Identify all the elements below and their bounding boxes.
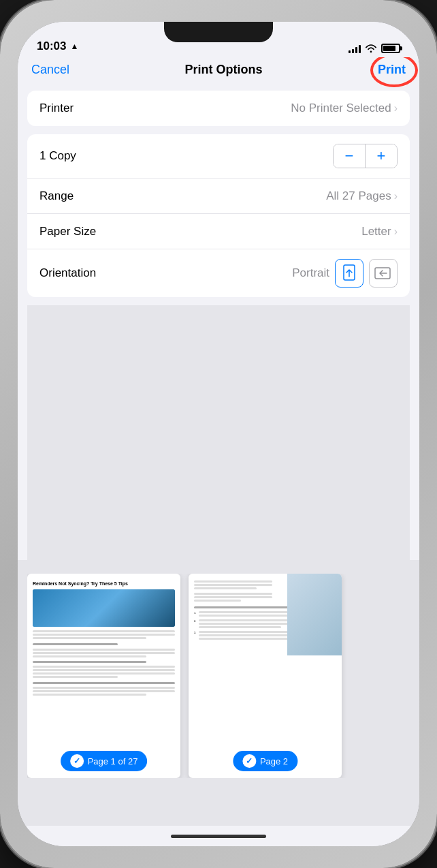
- portrait-orientation-button[interactable]: [335, 259, 363, 288]
- time-display: 10:03: [37, 40, 66, 53]
- orientation-label: Orientation: [39, 266, 96, 280]
- copies-stepper: − +: [333, 144, 398, 168]
- page-2-side-image: [287, 574, 342, 655]
- home-bar: [171, 835, 266, 838]
- options-card: 1 Copy − + Range All 27 Pages ›: [27, 134, 410, 297]
- print-options-content: Printer No Printer Selected › 1 Copy −: [18, 84, 419, 560]
- page-1-badge: Page 1 of 27: [61, 751, 148, 771]
- copies-label: 1 Copy: [39, 149, 76, 163]
- paper-size-value: Letter ›: [361, 225, 398, 238]
- screen-content: 10:03 ▲: [18, 22, 419, 846]
- preview-area: Reminders Not Syncing? Try These 5 Tips: [18, 560, 419, 826]
- preview-page-2[interactable]: 1. 2.: [189, 574, 342, 778]
- orientation-value: Portrait: [292, 266, 329, 280]
- page-2-badge-text: Page 2: [260, 756, 288, 766]
- paper-size-row[interactable]: Paper Size Letter ›: [27, 213, 410, 249]
- page-1-badge-text: Page 1 of 27: [88, 756, 138, 766]
- nav-title: Print Options: [185, 63, 263, 77]
- page-2-badge: Page 2: [233, 751, 297, 771]
- phone-frame: 10:03 ▲: [0, 0, 437, 868]
- page-2-checkmark: [242, 754, 256, 768]
- home-indicator[interactable]: [18, 826, 419, 846]
- page-1-title: Reminders Not Syncing? Try These 5 Tips: [33, 580, 175, 587]
- wifi-icon: [365, 44, 377, 53]
- paper-size-chevron-icon: ›: [394, 226, 398, 238]
- phone-screen: 10:03 ▲: [18, 22, 419, 846]
- page-1-content: Reminders Not Syncing? Try These 5 Tips: [27, 574, 180, 704]
- preview-pages-container: Reminders Not Syncing? Try These 5 Tips: [27, 574, 410, 778]
- print-button[interactable]: Print: [378, 63, 406, 76]
- decrement-button[interactable]: −: [334, 144, 365, 168]
- portrait-icon: [342, 264, 357, 282]
- range-value: All 27 Pages ›: [326, 189, 398, 203]
- page-1-checkmark: [70, 754, 84, 768]
- page-1-image: [33, 589, 175, 627]
- orientation-row: Orientation Portrait: [27, 249, 410, 297]
- notch: [164, 22, 273, 42]
- status-icons: [349, 44, 400, 53]
- paper-size-label: Paper Size: [39, 225, 96, 238]
- copies-row: 1 Copy − +: [27, 134, 410, 178]
- cancel-button[interactable]: Cancel: [31, 63, 69, 77]
- printer-chevron-icon: ›: [394, 102, 398, 114]
- status-time: 10:03 ▲: [37, 40, 78, 53]
- print-button-wrapper: Print: [378, 63, 406, 77]
- increment-button[interactable]: +: [366, 144, 397, 168]
- printer-label: Printer: [39, 102, 74, 115]
- orientation-controls: Portrait: [292, 259, 398, 288]
- printer-row[interactable]: Printer No Printer Selected ›: [27, 91, 410, 126]
- printer-value: No Printer Selected ›: [291, 102, 398, 115]
- page-2-content: 1. 2.: [189, 574, 342, 648]
- range-row[interactable]: Range All 27 Pages ›: [27, 178, 410, 213]
- landscape-orientation-button[interactable]: [369, 259, 398, 288]
- landscape-icon: [374, 266, 392, 281]
- preview-page-1[interactable]: Reminders Not Syncing? Try These 5 Tips: [27, 574, 180, 778]
- empty-space: [27, 305, 410, 560]
- range-label: Range: [39, 189, 74, 203]
- range-chevron-icon: ›: [394, 190, 398, 202]
- nav-bar: Cancel Print Options Print: [18, 57, 419, 84]
- signal-icon: [349, 44, 361, 53]
- location-icon: ▲: [70, 42, 78, 51]
- battery-icon: [381, 44, 400, 53]
- printer-card: Printer No Printer Selected ›: [27, 91, 410, 126]
